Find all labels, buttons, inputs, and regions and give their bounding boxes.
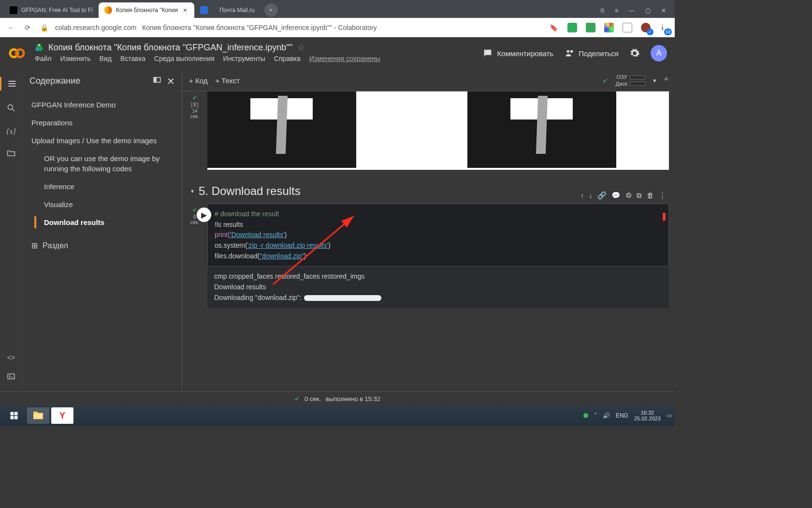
- notifications-icon[interactable]: ▭: [667, 412, 672, 419]
- reader-icon[interactable]: ⎘: [601, 7, 604, 14]
- add-text-button[interactable]: + Текст: [215, 76, 240, 85]
- output-image-right: [467, 91, 616, 168]
- toc-item[interactable]: Inference: [23, 178, 182, 195]
- toc-item[interactable]: OR you can use the demo image by running…: [23, 149, 182, 178]
- ext-window-icon[interactable]: [623, 23, 632, 32]
- status-dot-icon[interactable]: [583, 413, 588, 418]
- cell-settings-icon[interactable]: ⚙: [625, 191, 632, 200]
- menu-runtime[interactable]: Среда выполнения: [154, 55, 215, 62]
- comment-button[interactable]: Комментировать: [482, 48, 553, 59]
- yandex-button[interactable]: Y: [51, 407, 73, 424]
- maximize-icon[interactable]: ▢: [645, 7, 651, 14]
- share-label: Поделиться: [579, 49, 619, 58]
- code-editor[interactable]: # download the result !ls results print(…: [207, 204, 669, 267]
- tab-mail-icon[interactable]: [194, 2, 214, 18]
- avatar[interactable]: А: [651, 45, 667, 61]
- menu-tools[interactable]: Инструменты: [223, 55, 265, 62]
- tray-up-icon[interactable]: ˄: [594, 412, 597, 419]
- chevron-down-icon[interactable]: ▾: [653, 77, 656, 84]
- svg-point-6: [570, 50, 573, 53]
- notebook-area: + Код + Текст ✔ ОЗУ Диск ▾ ^ ✔ [8] 14 се…: [182, 70, 675, 391]
- rail-terminal-icon[interactable]: [7, 372, 15, 383]
- ext-redpanda-icon[interactable]: ✓: [641, 23, 651, 32]
- toc-item[interactable]: GFPGAN Inference Demo: [23, 96, 182, 114]
- rail-files-icon[interactable]: [6, 149, 16, 160]
- ext-stats-icon[interactable]: [586, 23, 595, 32]
- explorer-button[interactable]: [27, 407, 49, 424]
- collapse-toolbar-icon[interactable]: ^: [664, 76, 668, 85]
- bookmark-icon[interactable]: 🔖: [548, 22, 559, 33]
- lang-label[interactable]: ENG: [616, 412, 628, 419]
- colab-logo-icon[interactable]: [8, 44, 26, 62]
- delete-icon[interactable]: 🗑: [647, 191, 654, 200]
- close-icon[interactable]: ×: [182, 7, 188, 14]
- menu-bar: Файл Изменить Вид Вставка Среда выполнен…: [35, 55, 482, 62]
- tab-colab-active[interactable]: Копия блокнота "Копия ×: [99, 2, 194, 18]
- tab-mailru[interactable]: Почта Mail.ru: [214, 2, 261, 18]
- volume-icon[interactable]: 🔊: [603, 412, 610, 419]
- code-line: ): [328, 241, 331, 249]
- menu-help[interactable]: Справка: [274, 55, 301, 62]
- star-icon[interactable]: ☆: [297, 42, 305, 53]
- move-down-icon[interactable]: ↓: [589, 191, 593, 200]
- rail-code-icon[interactable]: <>: [7, 354, 15, 361]
- tab-title: Почта Mail.ru: [219, 7, 255, 14]
- ext-download-icon[interactable]: ⭳18: [659, 23, 669, 32]
- cell-comment-icon[interactable]: 💬: [611, 191, 621, 200]
- gear-icon[interactable]: [629, 48, 640, 59]
- link-icon[interactable]: 🔗: [597, 191, 607, 200]
- more-icon[interactable]: ⋮: [659, 191, 666, 200]
- collapse-section-icon[interactable]: ▾: [191, 188, 194, 194]
- reload-icon[interactable]: ⟳: [22, 22, 33, 33]
- notebook-title[interactable]: Копия блокнота "Копия блокнота "GFPGAN_i…: [48, 43, 292, 53]
- menu-view[interactable]: Вид: [100, 55, 112, 62]
- menu-edit[interactable]: Изменить: [60, 55, 90, 62]
- cursor-icon: [663, 213, 666, 221]
- tray-clock[interactable]: 16:32 25.02.2023: [634, 410, 661, 421]
- close-icon[interactable]: ✕: [661, 7, 666, 14]
- status-done: выполнено в 15:32: [326, 395, 380, 403]
- url-field[interactable]: colab.research.google.com: [55, 24, 136, 31]
- rail-toc-icon[interactable]: [0, 77, 22, 90]
- move-up-icon[interactable]: ↑: [580, 191, 584, 200]
- output-images: [207, 91, 669, 170]
- windows-taskbar: Y ˄ 🔊 ENG 16:32 25.02.2023 ▭: [0, 405, 675, 426]
- toc-item[interactable]: Upload Images / Use the demo images: [23, 132, 182, 149]
- menu-insert[interactable]: Вставка: [120, 55, 145, 62]
- start-button[interactable]: [3, 407, 25, 424]
- section-heading-text: 5. Download results: [199, 184, 301, 198]
- toc-item-selected[interactable]: Download results: [23, 213, 182, 231]
- rail-vars-icon[interactable]: {x}: [6, 127, 16, 136]
- status-ok-icon: ✔: [294, 395, 300, 403]
- run-cell-button[interactable]: ▶: [197, 208, 211, 222]
- ext-shield-icon[interactable]: [567, 23, 577, 32]
- new-tab-button[interactable]: +: [264, 3, 278, 17]
- back-icon[interactable]: ←: [6, 22, 16, 33]
- menu-file[interactable]: Файл: [35, 55, 51, 62]
- toc-add-section[interactable]: ⊞ Раздел: [23, 235, 182, 256]
- notebook-scroll[interactable]: ✔ [8] 14 сек. ▾ 5. Download results: [182, 91, 675, 391]
- toc-item[interactable]: Visualize: [23, 195, 182, 213]
- svg-point-7: [8, 105, 13, 109]
- changes-saved-label: Изменения сохранены: [309, 55, 380, 62]
- colab-body: {x} <> Содержание ✕ GFPGAN Inference Dem…: [0, 70, 675, 391]
- minimize-icon[interactable]: —: [629, 7, 635, 14]
- toc-popout-icon[interactable]: [152, 75, 162, 87]
- toc-close-icon[interactable]: ✕: [167, 75, 175, 87]
- share-button[interactable]: Поделиться: [564, 48, 619, 59]
- lock-icon[interactable]: 🔒: [39, 22, 49, 33]
- add-code-button[interactable]: + Код: [189, 76, 207, 85]
- clock-date: 25.02.2023: [634, 416, 661, 421]
- page-title-label: Копия блокнота "Копия блокнота "GFPGAN_i…: [142, 24, 542, 31]
- output-line: Downloading "download.zip":: [214, 293, 301, 303]
- code-line: files.download(: [215, 252, 260, 260]
- resource-meter[interactable]: ОЗУ Диск: [616, 74, 646, 87]
- toc-item[interactable]: Preparations: [23, 114, 182, 132]
- code-line: "download.zip": [260, 252, 304, 260]
- ext-colors-icon[interactable]: [604, 23, 614, 32]
- svg-point-1: [16, 49, 24, 57]
- rail-search-icon[interactable]: [6, 103, 16, 115]
- tab-gfpgan[interactable]: GFPGAN: Free AI Tool to Fi: [4, 2, 99, 18]
- mirror-icon[interactable]: ⧉: [637, 191, 642, 200]
- menu-icon[interactable]: ≡: [615, 7, 618, 14]
